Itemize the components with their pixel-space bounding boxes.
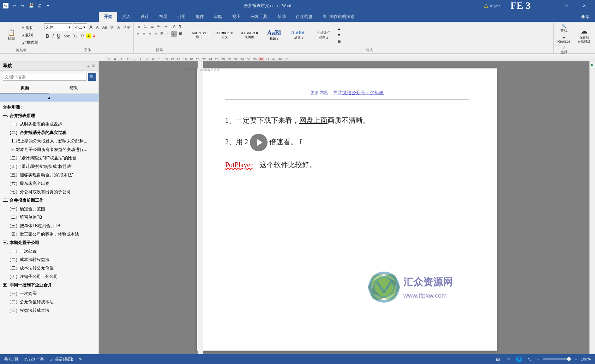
increase-indent-button[interactable]: ⇥ [163, 23, 169, 29]
tab-search[interactable]: 🔍操作说明搜索 [318, 12, 360, 22]
print-layout-button[interactable]: ⊞ [494, 355, 502, 363]
align-left-button[interactable]: ≡ [136, 31, 141, 37]
change-case-button[interactable]: Aa [101, 24, 108, 30]
nav-item-19[interactable]: （三）成本法转公允价值 [0, 264, 98, 272]
phonetics-button[interactable]: 拼 [109, 24, 115, 30]
align-center-button[interactable]: ≡ [142, 31, 146, 37]
weixin-link[interactable]: 微信公众号：少年怒 [342, 90, 384, 95]
nav-tab-pages[interactable]: 页面 [0, 83, 49, 93]
columns-button[interactable]: ⊟ [159, 31, 165, 37]
tab-home[interactable]: 开始 [99, 12, 117, 22]
nav-item-21[interactable]: 五. 非同一控制下企业合并 [0, 281, 98, 289]
nav-item-11[interactable]: 二. 合并报表前期工作 [0, 196, 98, 205]
justify-button[interactable]: ≡ [153, 31, 158, 37]
nav-item-24[interactable]: （三）权益法转成本法 [0, 306, 98, 315]
show-marks-button[interactable]: ¶ [178, 24, 182, 29]
nav-search-button[interactable]: 🔍 [88, 73, 96, 81]
style-item-h3[interactable]: AaBbC 标题 3 [312, 25, 336, 46]
clear-format-button[interactable]: 清除 [122, 24, 131, 30]
nav-tab-results[interactable]: 结果 [49, 83, 99, 93]
decrease-font-button[interactable]: A [95, 24, 100, 30]
nav-item-14[interactable]: （三）把单体TB过到合并TB [0, 222, 98, 230]
borders-button[interactable]: ⊞ [178, 31, 184, 37]
italic-button[interactable]: I [51, 32, 55, 40]
tab-insert[interactable]: 插入 [117, 12, 136, 22]
increase-font-button[interactable]: A [88, 24, 94, 31]
tab-references[interactable]: 引用 [172, 12, 191, 22]
styles-expand[interactable]: ⊞ [336, 38, 342, 45]
nav-item-8[interactable]: （五）能够实现自动合并的"成本法" [0, 171, 98, 179]
close-button[interactable]: ✕ [576, 0, 592, 11]
copy-button[interactable]: ⎘ 复制 [20, 32, 40, 38]
nav-collapse-icon[interactable]: ▲ [86, 64, 90, 68]
cut-button[interactable]: ✂ 剪切 [20, 24, 40, 31]
print-button[interactable]: 🖨 [36, 2, 43, 9]
undo-button[interactable]: ↩ [11, 2, 18, 9]
zoom-minus[interactable]: － [536, 357, 540, 362]
web-layout-button[interactable]: 🌐 [515, 355, 523, 363]
nav-item-1[interactable]: 一. 合并报表原理 [0, 111, 98, 120]
nav-item-18[interactable]: （二）成本法转权益法 [0, 255, 98, 264]
style-item-h2[interactable]: AaBbC 标题 2 [287, 25, 311, 46]
style-item-nospace[interactable]: AaBbCcDi 无间距 [238, 25, 262, 46]
save-button[interactable]: 💾 [28, 2, 35, 9]
netdisk-link[interactable]: 网盘上面 [299, 116, 327, 124]
qa-dropdown[interactable]: ▾ [44, 2, 52, 9]
nav-item-17[interactable]: （一）一次处置 [0, 247, 98, 255]
nav-content[interactable]: 合并步骤： 一. 合并报表原理 （一）从财务报表的生成说起 （二）合并抵消分录的… [0, 102, 98, 354]
styles-scroll-down[interactable]: ▼ [336, 32, 342, 38]
zoom-slider[interactable] [543, 358, 571, 360]
tab-layout[interactable]: 布局 [154, 12, 172, 22]
minimize-button[interactable]: ─ [541, 0, 557, 11]
nav-close-button[interactable]: ✕ [91, 63, 96, 69]
tab-view[interactable]: 视图 [227, 12, 246, 22]
nav-item-10[interactable]: （七）分公司或没有出资的子公司 [0, 188, 98, 196]
underline-button[interactable]: U [55, 32, 62, 40]
highlight-button[interactable]: A [86, 34, 91, 38]
tab-developer[interactable]: 开发工具 [246, 12, 272, 22]
read-mode-button[interactable]: ≡ [505, 355, 512, 363]
nav-item-15[interactable]: （四）做三家公司的案例，体验成本法 [0, 230, 98, 238]
zoom-percent[interactable]: 100% [581, 357, 591, 361]
focus-mode-button[interactable]: ⤡ [526, 355, 534, 363]
play-button[interactable] [250, 134, 268, 151]
tab-design[interactable]: 设计 [136, 12, 154, 22]
nav-item-5[interactable]: 2. 对本期子公司所有者权益的变动进行... [0, 145, 98, 154]
document-area[interactable]: 2 2 4 6 8 10 12 14 16 18 20 22 24 更多内容，关… [99, 61, 589, 354]
font-color-button[interactable]: A [92, 33, 97, 39]
numbering-button[interactable]: 1. [142, 24, 148, 29]
save-baidu-button[interactable]: ☁ 保存到百度网盘 [576, 26, 592, 44]
strikethrough-button[interactable]: abc [62, 33, 71, 39]
bold-button[interactable]: B [44, 32, 50, 40]
nav-item-2[interactable]: （一）从财务报表的生成说起 [0, 120, 98, 128]
tab-review[interactable]: 审阅 [209, 12, 227, 22]
styles-scroll-up[interactable]: ▲ [336, 26, 342, 32]
nav-item-13[interactable]: （二）填写单体TB [0, 213, 98, 222]
nav-item-4[interactable]: 1. 把上期的分录找过来，影响未分配利... [0, 137, 98, 145]
zoom-plus[interactable]: ＋ [574, 357, 578, 362]
style-item-h1[interactable]: AaBl 标题 1 [262, 25, 286, 46]
nav-item-3[interactable]: （二）合并抵消分录的真实过程 [0, 128, 98, 137]
nav-search-input[interactable] [3, 73, 86, 81]
font-size-selector[interactable]: 小二 ▾ [73, 23, 87, 31]
bullets-button[interactable]: ≡ [137, 24, 142, 29]
decrease-indent-button[interactable]: ⇤ [156, 23, 162, 29]
align-right-button[interactable]: ≡ [147, 31, 152, 37]
shading-button[interactable]: ▪ [171, 31, 177, 37]
replace-button[interactable]: ⇄ Replace [556, 35, 572, 44]
text-effect-button[interactable]: A [116, 24, 121, 30]
nav-item-6[interactable]: （三）"累计调整法"和"权益法"的比较 [0, 154, 98, 162]
format-painter-button[interactable]: 🖌 格式刷 [20, 39, 40, 46]
share-button[interactable]: 共享 [578, 13, 592, 22]
nav-item-0[interactable]: 合并步骤： [0, 103, 98, 111]
maximize-button[interactable]: □ [558, 0, 575, 11]
nav-item-16[interactable]: 三. 本期处置子公司 [0, 238, 98, 247]
multilevel-button[interactable]: ☰ [149, 23, 155, 29]
nav-item-12[interactable]: （一）确定合并范围 [0, 205, 98, 213]
line-spacing-button[interactable]: ↕ [166, 31, 170, 37]
style-item-normal[interactable]: AaBbCcDi 正文 [213, 25, 237, 46]
sort-button[interactable]: ↕A [169, 24, 177, 29]
document-page[interactable]: 更多内容，关注微信公众号：少年怒 1、一定要下载下来看，网盘上面画质不清晰。 2… [197, 68, 497, 351]
subscript-button[interactable]: X₂ [72, 33, 78, 39]
tab-mailings[interactable]: 邮件 [191, 12, 209, 22]
